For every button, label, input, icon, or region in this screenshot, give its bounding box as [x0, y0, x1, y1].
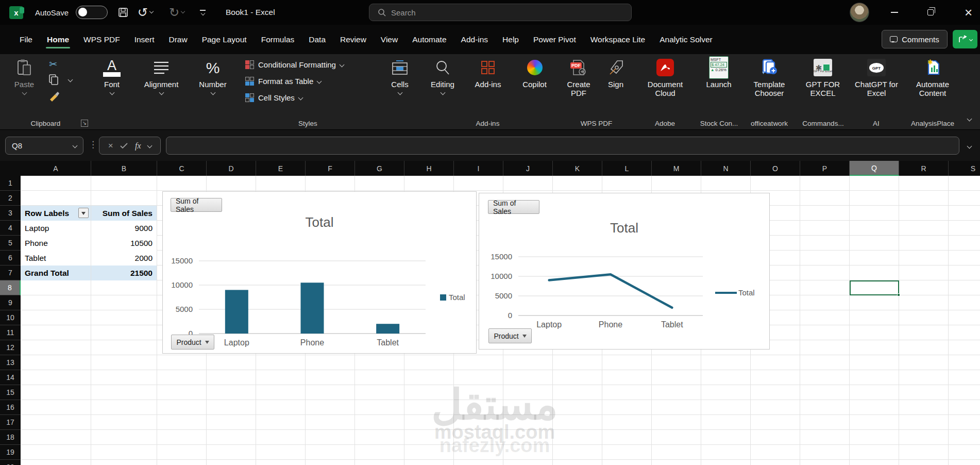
row-header-3[interactable]: 3 — [0, 206, 21, 221]
addins-button[interactable]: Add-ins — [470, 57, 505, 89]
tab-data[interactable]: Data — [301, 30, 333, 49]
column-header-J[interactable]: J — [503, 161, 553, 176]
pivot-row-value[interactable]: 10500 — [91, 236, 157, 251]
column-header-P[interactable]: P — [800, 161, 850, 176]
tab-page-layout[interactable]: Page Layout — [195, 30, 254, 49]
pivot-row-label[interactable]: Tablet — [21, 251, 91, 265]
tab-power-pivot[interactable]: Power Pivot — [526, 30, 583, 49]
excel-app-icon[interactable]: x — [9, 0, 23, 25]
row-header-13[interactable]: 13 — [0, 355, 21, 370]
row-header-16[interactable]: 16 — [0, 400, 21, 415]
cells-menu-button[interactable]: Cells — [384, 57, 415, 94]
pivot-axis-button[interactable]: Product — [171, 335, 214, 350]
pivot-row-label[interactable]: Laptop — [21, 221, 91, 236]
tab-draw[interactable]: Draw — [161, 30, 194, 49]
column-header-Q[interactable]: Q — [850, 161, 899, 176]
pivot-filter-button[interactable] — [78, 208, 89, 218]
tab-view[interactable]: View — [374, 30, 405, 49]
column-header-N[interactable]: N — [701, 161, 751, 176]
tab-file[interactable]: File — [12, 30, 40, 49]
tab-analytic-solver[interactable]: Analytic Solver — [652, 30, 720, 49]
row-header-6[interactable]: 6 — [0, 251, 21, 265]
row-header-15[interactable]: 15 — [0, 385, 21, 400]
conditional-formatting-button[interactable]: Conditional Formatting — [245, 60, 344, 69]
tab-review[interactable]: Review — [333, 30, 374, 49]
autosave-toggle[interactable] — [76, 0, 108, 25]
column-header-F[interactable]: F — [306, 161, 355, 176]
editing-menu-button[interactable]: Editing — [427, 57, 459, 94]
row-header-17[interactable]: 17 — [0, 415, 21, 430]
name-box-drag-dots[interactable]: ⋮ — [89, 139, 97, 150]
save-button[interactable] — [117, 0, 129, 25]
bar-pivot-chart[interactable]: Sum of SalesTotal150001000050000TotalLap… — [162, 191, 477, 354]
search-input[interactable]: Search — [369, 4, 632, 21]
pivot-field-button[interactable]: Sum of Sales — [171, 198, 222, 212]
template-chooser-button[interactable]: Template Chooser — [748, 57, 791, 97]
tab-workspace-lite[interactable]: Workspace Lite — [583, 30, 653, 49]
chart-title[interactable]: Total — [163, 214, 476, 230]
name-box[interactable]: Q8 — [5, 137, 83, 155]
row-header-5[interactable]: 5 — [0, 236, 21, 251]
row-header-19[interactable]: 19 — [0, 445, 21, 460]
column-header-D[interactable]: D — [207, 161, 256, 176]
tab-add-ins[interactable]: Add-ins — [454, 30, 496, 49]
redo-button[interactable]: ↻ — [169, 0, 184, 25]
column-header-I[interactable]: I — [454, 161, 503, 176]
chatgpt-for-excel-button[interactable]: GPTFOR EXCEL ChatGPT for Excel — [855, 57, 898, 97]
create-pdf-button[interactable]: PDF Create PDF — [560, 57, 597, 97]
cell-styles-button[interactable]: Cell Styles — [245, 93, 302, 102]
format-painter-button[interactable] — [48, 90, 60, 105]
restore-button[interactable] — [927, 0, 934, 25]
row-header-7[interactable]: 7 — [0, 265, 21, 280]
tab-formulas[interactable]: Formulas — [254, 30, 302, 49]
row-header-2[interactable]: 2 — [0, 191, 21, 206]
gpt-for-excel-button[interactable]: ✱ GPT For Excel GPT FOR EXCEL — [802, 57, 844, 97]
collapse-ribbon-chevron[interactable] — [967, 117, 972, 122]
insert-function-icon[interactable]: fx — [135, 141, 141, 151]
column-header-L[interactable]: L — [602, 161, 652, 176]
column-header-B[interactable]: B — [91, 161, 157, 176]
number-menu-button[interactable]: % Number — [196, 57, 229, 94]
avatar[interactable] — [850, 3, 869, 22]
row-header-18[interactable]: 18 — [0, 430, 21, 445]
row-header-12[interactable]: 12 — [0, 340, 21, 355]
enter-icon[interactable] — [120, 143, 128, 149]
undo-button[interactable]: ↺ — [138, 0, 153, 25]
minimize-button[interactable] — [891, 0, 898, 25]
tab-wps-pdf[interactable]: WPS PDF — [76, 30, 127, 49]
column-header-H[interactable]: H — [404, 161, 454, 176]
comments-button[interactable]: Comments — [882, 30, 948, 48]
close-button[interactable]: × — [965, 0, 975, 25]
launch-button[interactable]: MSFT $ 47.24 ▲ 0.26% Launch — [702, 57, 736, 89]
tab-insert[interactable]: Insert — [127, 30, 162, 49]
paste-button[interactable]: Paste — [8, 57, 40, 94]
tab-help[interactable]: Help — [495, 30, 526, 49]
customize-quick-access-button[interactable] — [200, 0, 206, 25]
row-header-11[interactable]: 11 — [0, 325, 21, 340]
line-pivot-chart[interactable]: Sum of SalesTotal150001000050000TotalLap… — [479, 193, 770, 350]
column-header-O[interactable]: O — [751, 161, 800, 176]
pivot-axis-button[interactable]: Product — [488, 328, 532, 343]
row-header-4[interactable]: 4 — [0, 221, 21, 236]
copy-button[interactable] — [48, 74, 59, 88]
row-header-1[interactable]: 1 — [0, 176, 21, 191]
column-header-R[interactable]: R — [899, 161, 949, 176]
copilot-button[interactable]: Copilot — [518, 57, 551, 89]
tab-automate[interactable]: Automate — [405, 30, 453, 49]
tab-home[interactable]: Home — [40, 30, 76, 49]
alignment-menu-button[interactable]: Alignment — [139, 57, 183, 94]
row-header-10[interactable]: 10 — [0, 310, 21, 325]
column-header-S[interactable]: S — [949, 161, 980, 176]
format-as-table-button[interactable]: Format as Table — [245, 77, 321, 86]
column-header-A[interactable]: A — [21, 161, 91, 176]
formula-bar-expand-chevron[interactable] — [967, 144, 972, 149]
clipboard-dialog-launcher[interactable]: ↘ — [81, 120, 88, 127]
share-button[interactable] — [953, 30, 977, 48]
row-header-14[interactable]: 14 — [0, 370, 21, 385]
formula-input[interactable] — [166, 137, 959, 155]
automate-content-button[interactable]: ✱ Automate Content — [911, 57, 954, 97]
column-header-G[interactable]: G — [355, 161, 404, 176]
cancel-icon[interactable]: × — [108, 141, 113, 151]
font-menu-button[interactable]: A Font — [96, 57, 127, 94]
fx-chevron[interactable] — [147, 143, 153, 148]
